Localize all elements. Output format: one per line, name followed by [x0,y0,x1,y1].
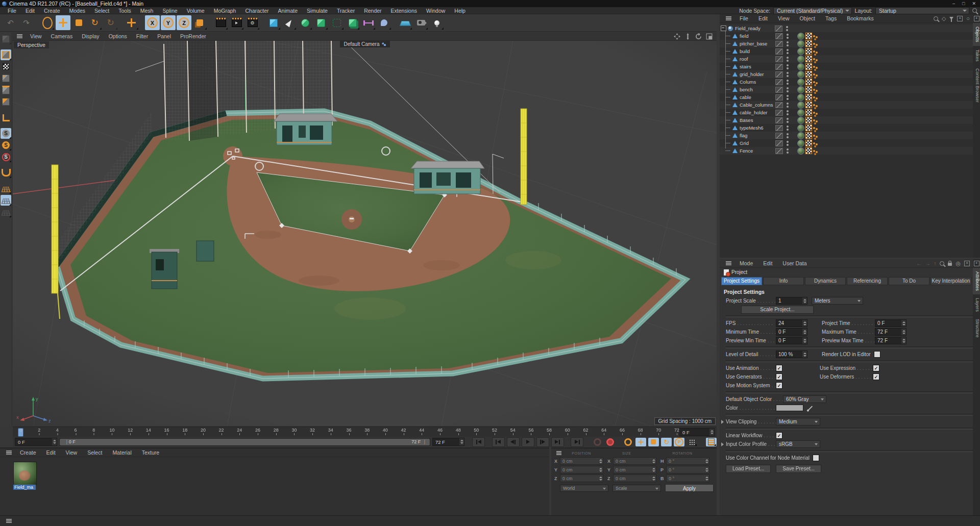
light-button[interactable] [429,15,444,30]
layer-chip[interactable] [775,140,783,146]
frame-tick[interactable]: 64 [601,428,606,433]
attribute-tab[interactable]: Dynamics [805,277,846,285]
uvw-tag-icon[interactable] [805,79,812,85]
maximum-time-field[interactable]: 72 F [875,328,906,336]
prev-key-button[interactable] [492,437,505,447]
layer-chip[interactable] [775,48,783,55]
size-y-field[interactable]: 0 cm [613,466,656,473]
texture-tag-icon[interactable] [797,56,804,63]
range-end-spinner[interactable]: 72 F [432,438,464,446]
object-name[interactable]: pitcher_base [740,41,775,46]
am-hamburger-icon[interactable] [726,263,731,264]
object-row[interactable]: roof [720,55,973,63]
expand-icon[interactable] [721,442,724,446]
menu-item[interactable]: Tracker [332,8,359,14]
redo-button[interactable]: ↷ [19,15,34,30]
polygon-mode-button[interactable] [1,96,11,107]
close-button[interactable]: ✕ [972,1,976,6]
phong-tag-icon[interactable] [813,104,815,106]
texture-tag-icon[interactable] [797,79,804,86]
coordinate-system-button[interactable] [192,15,207,30]
rotation-h-field[interactable]: 0 ° [666,457,709,465]
layer-chip[interactable] [775,148,783,154]
texture-tag-icon[interactable] [797,40,804,47]
frame-tick[interactable]: 50 [474,428,479,433]
frame-tick[interactable]: 70 [656,428,661,433]
menu-item[interactable]: Modes [65,8,90,14]
object-name[interactable]: cable [740,94,775,100]
frame-tick[interactable]: 66 [620,428,625,433]
minimum-time-field[interactable]: 0 F [776,328,807,336]
menu-item[interactable]: Mesh [136,8,158,14]
axis-mode-button[interactable] [1,112,11,123]
frame-tick[interactable]: 32 [310,428,315,433]
object-row[interactable]: stairs [720,63,973,70]
viewport-solo-single-button[interactable]: S [1,140,11,151]
use-generators-checkbox[interactable] [776,373,782,380]
texture-tag-icon[interactable] [797,48,804,55]
baseball-field-scene[interactable] [13,41,717,426]
key-scale-toggle[interactable] [648,438,659,446]
menu-item[interactable]: MoGraph [209,8,241,14]
maximize-button[interactable]: □ [962,1,965,6]
goto-start-button[interactable] [472,437,485,447]
uvw-tag-icon[interactable] [805,132,812,139]
object-row[interactable]: field [720,32,973,40]
om-path-icon[interactable]: ◇ [942,16,946,21]
linear-workflow-checkbox[interactable] [776,432,782,439]
frame-tick[interactable]: 42 [401,428,406,433]
render-to-picture-viewer-button[interactable] [229,15,244,30]
object-row[interactable]: cable [720,93,973,101]
layer-chip[interactable] [775,79,783,85]
menu-item[interactable]: Create [39,8,65,14]
om-state-icon[interactable]: ○ [966,16,970,21]
material-name[interactable]: Field_ma [13,485,36,490]
object-row[interactable]: cable_holder [720,109,973,116]
preview-min-field[interactable]: 0 F [776,337,807,344]
expand-icon[interactable] [721,420,724,424]
uvw-tag-icon[interactable] [805,102,812,108]
object-name[interactable]: roof [740,56,775,62]
object-name[interactable]: Bases [740,117,775,123]
point-mode-button[interactable] [1,73,11,84]
default-color-select[interactable]: 60% Gray [783,395,826,403]
phong-tag-icon[interactable] [813,142,815,144]
lock-x-axis-button[interactable]: X [145,15,160,30]
frame-tick[interactable]: 8 [92,428,95,433]
history-back-icon[interactable]: ← [916,261,921,266]
phong-tag-icon[interactable] [813,150,815,152]
visibility-dots[interactable] [785,133,790,138]
menu-item[interactable]: Extensions [386,8,422,14]
object-name[interactable]: bench [740,87,775,92]
am-search-icon[interactable] [940,261,944,266]
move-tool[interactable] [56,15,70,30]
rotation-p-field[interactable]: 0 ° [666,466,709,473]
uvw-tag-icon[interactable] [805,63,812,70]
save-preset-button[interactable]: Save Preset... [776,465,821,473]
layer-chip[interactable] [775,71,783,78]
range-start-spinner[interactable]: 0 F [15,438,57,446]
render-view-button[interactable] [213,15,228,30]
material-menu-item[interactable]: Create [15,449,41,456]
global-move-tool[interactable] [124,15,139,30]
project-scale-unit-select[interactable]: Meters [812,297,863,305]
frame-tick[interactable]: 72 [674,428,679,433]
frame-tick[interactable]: 60 [565,428,570,433]
lock-icon[interactable] [948,263,952,266]
collapse-icon[interactable] [721,26,726,31]
am-menu-item[interactable]: Mode [734,260,758,266]
frame-tick[interactable]: 52 [492,428,497,433]
track-icon[interactable]: ◎ [955,261,961,266]
menu-item[interactable]: Animate [274,8,303,14]
position-z-field[interactable]: 0 cm [560,474,603,482]
uvw-tag-icon[interactable] [805,124,812,131]
visibility-dots[interactable] [785,110,790,115]
frame-tick[interactable]: 6 [75,428,77,433]
view-clipping-select[interactable]: Medium [776,418,820,425]
viewport-menu-item[interactable]: Cameras [46,33,78,39]
project-scale-field[interactable]: 1 [776,297,807,305]
visibility-dots[interactable] [785,49,790,54]
uvw-tag-icon[interactable] [805,40,812,47]
position-x-field[interactable]: 0 cm [560,457,603,465]
volume-button[interactable] [377,15,391,30]
